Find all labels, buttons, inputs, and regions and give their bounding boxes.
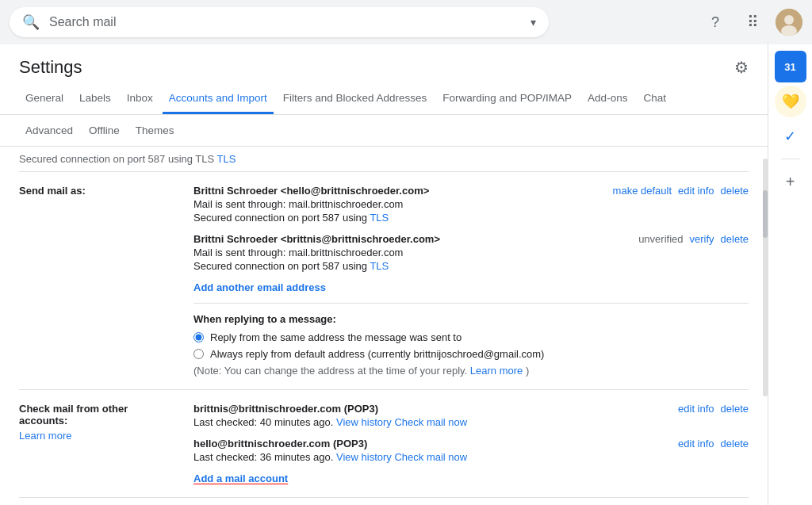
send-account-1-name: Brittni Schroeder <hello@brittnischroede… [193, 185, 613, 197]
check-account-1-info: brittnis@brittnischroeder.com (POP3) Las… [193, 403, 678, 428]
send-account-2-connection: Secured connection on port 587 using TLS [193, 260, 638, 272]
settings-page: Settings ⚙ General Labels Inbox Accounts… [0, 44, 768, 505]
reply-radio-2[interactable] [193, 349, 204, 359]
tasks-icon: ✓ [784, 128, 796, 145]
add-mail-row: Add a mail account [193, 472, 749, 484]
edit-info-link-1[interactable]: edit info [678, 185, 714, 197]
check-now-2[interactable]: Check mail now [394, 451, 467, 463]
check-account-1-detail: Last checked: 40 minutes ago. View histo… [193, 416, 678, 428]
plus-icon: + [786, 173, 795, 191]
sidebar-add-button[interactable]: + [775, 166, 806, 197]
delete-check-2[interactable]: delete [721, 438, 749, 450]
sidebar-tasks[interactable]: ✓ [775, 121, 806, 152]
tab-inbox[interactable]: Inbox [121, 84, 159, 114]
send-account-1-connection: Secured connection on port 587 using TLS [193, 212, 613, 224]
tab-forwarding[interactable]: Forwarding and POP/IMAP [436, 84, 578, 114]
reply-option-1-label: Reply from the same address the message … [210, 331, 462, 343]
scrolled-top-row: Secured connection on port 587 using TLS… [19, 147, 749, 172]
send-account-1: Brittni Schroeder <hello@brittnischroede… [193, 185, 749, 224]
send-account-2-info: Brittni Schroeder <brittnis@brittnischro… [193, 233, 638, 272]
edit-info-check-1[interactable]: edit info [678, 403, 714, 415]
delete-link-1[interactable]: delete [721, 185, 749, 197]
tabs-row-1: General Labels Inbox Accounts and Import… [0, 84, 768, 115]
help-icon: ? [711, 14, 719, 31]
check-mail-section: Check mail from other accounts: Learn mo… [19, 390, 749, 498]
settings-header: Settings ⚙ [0, 44, 768, 78]
reply-label: When replying to a message: [193, 313, 749, 325]
search-input[interactable]: Search mail [49, 15, 530, 29]
delete-link-2[interactable]: delete [721, 233, 749, 245]
search-dropdown-icon[interactable]: ▾ [530, 16, 536, 29]
gmail-work-section: Using Gmail for work? Businesses get you… [19, 498, 749, 505]
make-default-link[interactable]: make default [613, 185, 672, 197]
sidebar-divider [781, 159, 800, 159]
reply-section: When replying to a message: Reply from t… [193, 303, 749, 377]
check-account-1-actions: edit info delete [678, 403, 749, 415]
send-account-1-info: Brittni Schroeder <hello@brittnischroede… [193, 185, 613, 224]
tab-themes[interactable]: Themes [129, 118, 181, 143]
send-account-2-name: Brittni Schroeder <brittnis@brittnischro… [193, 233, 638, 245]
tab-advanced[interactable]: Advanced [19, 118, 79, 143]
top-bar: 🔍 Search mail ▾ ? ⠿ [0, 0, 812, 44]
calendar-icon: 31 [784, 61, 795, 73]
view-history-1[interactable]: View history [336, 416, 392, 428]
check-mail-learn-more[interactable]: Learn more [19, 430, 174, 442]
page-title: Settings [19, 57, 82, 78]
right-sidebar: 31 💛 ✓ + [768, 44, 812, 505]
check-account-2-email: hello@brittnischroeder.com (POP3) [193, 438, 678, 450]
tab-accounts-import[interactable]: Accounts and Import [163, 84, 274, 114]
send-mail-label: Send mail as: [19, 185, 193, 377]
reply-option-2-label: Always reply from default address (curre… [210, 348, 544, 360]
tls-link-top[interactable]: TLS [217, 153, 236, 165]
add-email-row: Add another email address [193, 281, 749, 293]
check-account-2-actions: edit info delete [678, 438, 749, 450]
content-area: Secured connection on port 587 using TLS… [0, 147, 768, 505]
check-account-1-email: brittnis@brittnischroeder.com (POP3) [193, 403, 678, 415]
view-history-2[interactable]: View history [336, 451, 392, 463]
search-icon: 🔍 [22, 13, 40, 31]
check-account-1: brittnis@brittnischroeder.com (POP3) Las… [193, 403, 749, 428]
learn-more-reply[interactable]: Learn more [470, 365, 523, 377]
search-container[interactable]: 🔍 Search mail ▾ [10, 7, 549, 37]
check-account-2: hello@brittnischroeder.com (POP3) Last c… [193, 438, 749, 463]
svg-point-1 [784, 15, 794, 25]
delete-check-1[interactable]: delete [721, 403, 749, 415]
verify-link[interactable]: verify [690, 233, 714, 245]
sidebar-keep[interactable]: 💛 [775, 86, 806, 117]
send-mail-content: Brittni Schroeder <hello@brittnischroede… [193, 185, 749, 377]
add-email-link[interactable]: Add another email address [193, 281, 326, 293]
check-account-2-info: hello@brittnischroeder.com (POP3) Last c… [193, 438, 678, 463]
top-right-icons: ? ⠿ [699, 6, 802, 38]
avatar[interactable] [776, 9, 802, 36]
send-account-2-actions: unverified verify delete [638, 233, 749, 245]
vertical-scrollbar[interactable] [763, 159, 768, 396]
gear-icon[interactable]: ⚙ [734, 58, 749, 77]
send-account-1-sent-through: Mail is sent through: mail.brittnischroe… [193, 198, 613, 210]
reply-note: (Note: You can change the address at the… [193, 365, 749, 377]
keep-icon: 💛 [782, 93, 799, 110]
check-now-1[interactable]: Check mail now [394, 416, 467, 428]
check-mail-label: Check mail from other accounts: Learn mo… [19, 403, 193, 484]
reply-radio-1[interactable] [193, 332, 204, 342]
scrollbar-thumb[interactable] [763, 190, 768, 238]
tab-offline[interactable]: Offline [82, 118, 126, 143]
sidebar-calendar[interactable]: 31 [775, 51, 806, 82]
send-mail-section: Send mail as: Brittni Schroeder <hello@b… [19, 172, 749, 390]
tab-addons[interactable]: Add-ons [581, 84, 634, 114]
tls-link-1[interactable]: TLS [370, 212, 389, 224]
add-mail-link[interactable]: Add a mail account [193, 472, 288, 484]
send-account-2-sent-through: Mail is sent through: mail.brittnischroe… [193, 247, 638, 258]
check-account-2-detail: Last checked: 36 minutes ago. View histo… [193, 451, 678, 463]
tab-filters[interactable]: Filters and Blocked Addresses [277, 84, 434, 114]
reply-option-2[interactable]: Always reply from default address (curre… [193, 348, 749, 360]
help-button[interactable]: ? [699, 6, 731, 38]
tab-chat[interactable]: Chat [637, 84, 672, 114]
unverified-badge: unverified [638, 233, 683, 245]
tab-general[interactable]: General [19, 84, 70, 114]
tab-labels[interactable]: Labels [73, 84, 117, 114]
edit-info-check-2[interactable]: edit info [678, 438, 714, 450]
check-mail-content: brittnis@brittnischroeder.com (POP3) Las… [193, 403, 749, 484]
reply-option-1[interactable]: Reply from the same address the message … [193, 331, 749, 343]
apps-button[interactable]: ⠿ [737, 6, 769, 38]
tls-link-2[interactable]: TLS [370, 260, 389, 272]
